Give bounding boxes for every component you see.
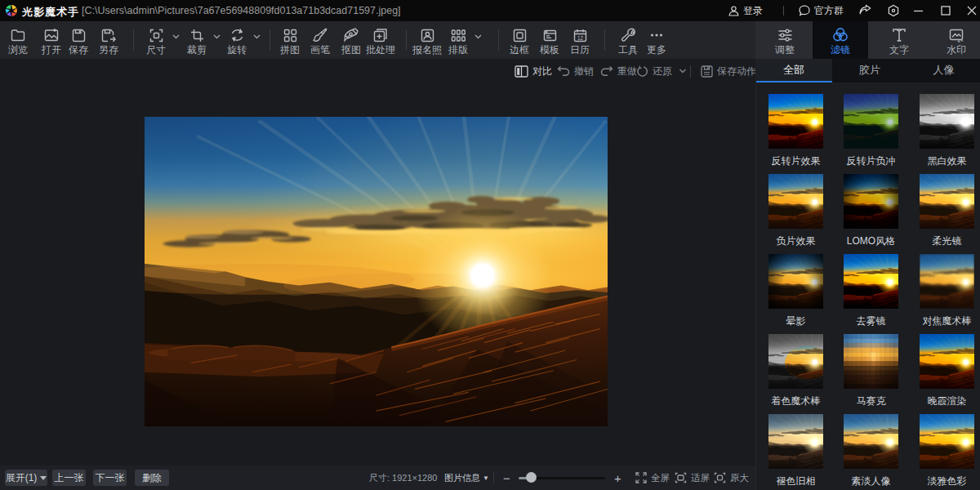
svg-text:12: 12: [577, 35, 583, 41]
